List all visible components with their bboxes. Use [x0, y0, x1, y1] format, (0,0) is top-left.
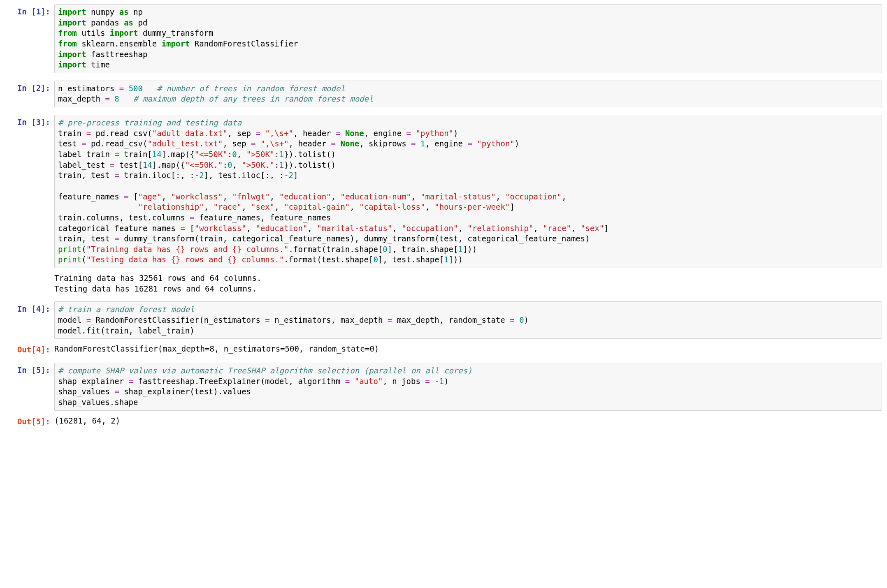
- prompt-out-4: Out[4]:: [5, 342, 54, 355]
- stdout-content: Training data has 32561 rows and 64 colu…: [54, 273, 882, 294]
- cell-2-input: In [2]: n_estimators = 500 # number of t…: [5, 81, 882, 107]
- cell-body: import numpy as np import pandas as pd f…: [54, 4, 882, 73]
- cell-body: n_estimators = 500 # number of trees in …: [54, 81, 882, 107]
- cell-4-input: In [4]: # train a random forest model mo…: [5, 301, 882, 339]
- prompt-empty: [5, 271, 54, 274]
- cell-body: # compute SHAP values via automatic Tree…: [54, 363, 882, 411]
- prompt-in-2: In [2]:: [5, 81, 54, 94]
- prompt-in-3: In [3]:: [5, 115, 54, 128]
- prompt-in-5: In [5]:: [5, 363, 54, 376]
- code-content: import numpy as np import pandas as pd f…: [58, 7, 878, 70]
- code-content: n_estimators = 500 # number of trees in …: [58, 83, 878, 104]
- code-input-area[interactable]: n_estimators = 500 # number of trees in …: [54, 81, 882, 107]
- output-area: RandomForestClassifier(max_depth=8, n_es…: [54, 342, 882, 354]
- stdout-area: Training data has 32561 rows and 64 colu…: [54, 271, 882, 294]
- cell-body: # pre-process training and testing data …: [54, 115, 882, 268]
- code-input-area[interactable]: # train a random forest model model = Ra…: [54, 301, 882, 339]
- cell-1-input: In [1]: import numpy as np import pandas…: [5, 4, 882, 73]
- code-content: # compute SHAP values via automatic Tree…: [58, 366, 878, 408]
- output-area: (16281, 64, 2): [54, 414, 882, 426]
- output-content: RandomForestClassifier(max_depth=8, n_es…: [54, 344, 882, 354]
- cell-5-input: In [5]: # compute SHAP values via automa…: [5, 363, 882, 411]
- code-input-area[interactable]: # pre-process training and testing data …: [54, 115, 882, 268]
- prompt-in-4: In [4]:: [5, 301, 54, 315]
- cell-4-output: Out[4]: RandomForestClassifier(max_depth…: [5, 342, 882, 355]
- cell-3-stdout: Training data has 32561 rows and 64 colu…: [5, 271, 882, 294]
- code-content: # pre-process training and testing data …: [58, 118, 878, 265]
- prompt-out-5: Out[5]:: [5, 414, 54, 427]
- code-content: # train a random forest model model = Ra…: [58, 304, 878, 336]
- cell-5-output: Out[5]: (16281, 64, 2): [5, 414, 882, 427]
- prompt-in-1: In [1]:: [5, 4, 54, 17]
- cell-body: # train a random forest model model = Ra…: [54, 301, 882, 339]
- output-content: (16281, 64, 2): [54, 416, 882, 426]
- code-input-area[interactable]: import numpy as np import pandas as pd f…: [54, 4, 882, 73]
- code-input-area[interactable]: # compute SHAP values via automatic Tree…: [54, 363, 882, 411]
- cell-3-input: In [3]: # pre-process training and testi…: [5, 115, 882, 268]
